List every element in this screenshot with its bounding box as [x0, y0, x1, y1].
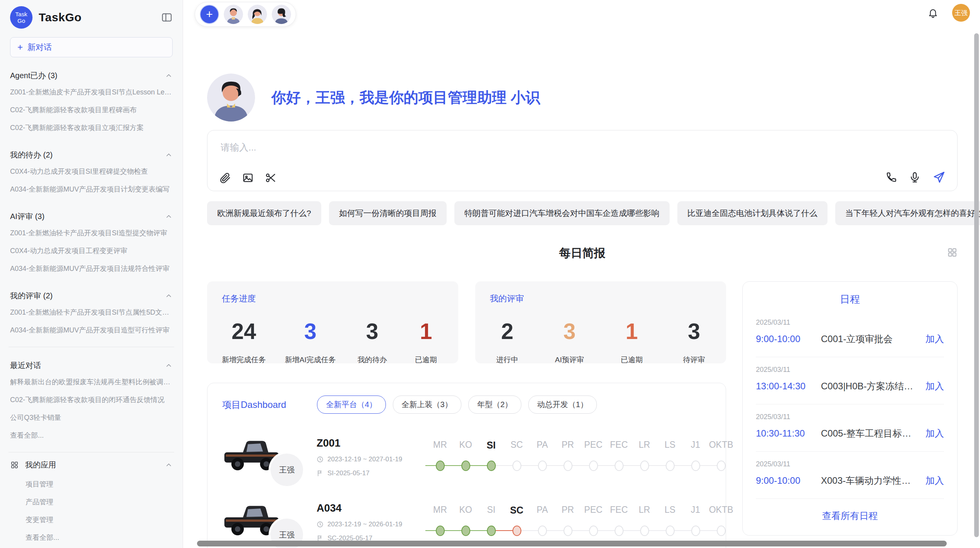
main-area: + 王强 你好，王强，我是你的项目管理助理 小识: [183, 0, 980, 548]
avatar[interactable]: [272, 5, 291, 24]
milestone-dot: [538, 526, 547, 536]
avatar[interactable]: [248, 5, 267, 24]
sidebar-item-my-apps[interactable]: 我的应用: [10, 455, 173, 475]
view-all-schedule-link[interactable]: 查看所有日程: [756, 499, 944, 527]
project-dates: 2023-12-19 ~ 2026-01-19: [317, 521, 420, 528]
schedule-date: 2025/03/11: [756, 460, 944, 468]
chevron-up-icon[interactable]: [165, 151, 173, 159]
sidebar-item-cloud-space[interactable]: 我的云空间: [10, 546, 173, 548]
chat-item[interactable]: C02-飞腾新能源轻客改款项目立项汇报方案: [10, 119, 173, 137]
milestone-dot: [487, 526, 496, 536]
milestone: SI: [478, 505, 504, 536]
chat-item[interactable]: 公司Q3轻卡销量: [10, 409, 173, 426]
milestone-current: SI: [478, 440, 504, 471]
project-row[interactable]: 王强 A034 2023-12-19 ~ 2026-01-19: [222, 500, 711, 544]
section-ai-review[interactable]: AI评审 (3): [10, 211, 173, 222]
image-icon[interactable]: [242, 172, 254, 184]
join-meeting-link[interactable]: 加入: [925, 427, 944, 440]
project-info: A034 2023-12-19 ~ 2026-01-19 SC-2025-05-…: [317, 502, 420, 542]
notification-bell-icon[interactable]: [928, 8, 938, 18]
app-link-project-mgmt[interactable]: 项目管理: [10, 475, 173, 493]
suggestion-chip[interactable]: 如何写一份清晰的项目周报: [329, 201, 447, 225]
filter-tab[interactable]: 全新平台（4）: [317, 396, 385, 414]
logo-line-2: Go: [17, 17, 25, 24]
project-owner-badge: 王强: [269, 452, 305, 488]
filter-tab[interactable]: 全新上装（3）: [393, 396, 461, 414]
layout-grid-icon[interactable]: [947, 247, 958, 258]
chat-item[interactable]: C0X4-动力总成开发项目工程变更评审: [10, 242, 173, 260]
chevron-up-icon[interactable]: [165, 72, 173, 80]
send-icon[interactable]: [932, 171, 946, 184]
milestone-dot: [666, 526, 675, 536]
section-recent-chats[interactable]: 最近对话: [10, 360, 173, 371]
microphone-icon[interactable]: [909, 171, 921, 183]
clock-icon: [317, 456, 324, 463]
chat-item[interactable]: Z001-全新燃油轻卡产品开发项目SI造型提交物评审: [10, 224, 173, 242]
suggestion-chip[interactable]: 特朗普可能对进口汽车增税会对中国车企造成哪些影响: [454, 201, 670, 225]
paperclip-icon[interactable]: [219, 172, 231, 184]
join-meeting-link[interactable]: 加入: [925, 380, 944, 392]
horizontal-scrollbar[interactable]: [197, 541, 947, 546]
section-my-review[interactable]: 我的评审 (2): [10, 291, 173, 301]
view-all-chats-link[interactable]: 查看全部...: [10, 426, 173, 444]
conversation-avatars-bar: +: [195, 2, 296, 27]
add-conversation-button[interactable]: +: [200, 5, 219, 24]
new-chat-button[interactable]: + 新对话: [10, 37, 173, 57]
chat-item[interactable]: A034-全新新能源MUV产品开发项目法规符合性评审: [10, 260, 173, 277]
chevron-up-icon[interactable]: [165, 362, 173, 370]
section-agent-done[interactable]: Agent已办 (3): [10, 70, 173, 81]
milestone-dot: [564, 461, 572, 471]
chevron-up-icon[interactable]: [165, 213, 173, 221]
milestone-dot: [691, 526, 700, 536]
suggestion-chip[interactable]: 比亚迪全固态电池计划具体说了什么: [677, 201, 828, 225]
phone-icon[interactable]: [885, 171, 897, 183]
card-title: 我的评审: [490, 293, 712, 305]
suggestion-chip[interactable]: 欧洲新规最近颁布了什么?: [207, 201, 321, 225]
milestone: PEC: [581, 505, 606, 536]
chat-item[interactable]: A034-全新新能源MUV产品开发项目造型可行性评审: [10, 321, 173, 339]
scissors-icon[interactable]: [265, 172, 277, 184]
chevron-up-icon[interactable]: [165, 292, 173, 300]
chat-item[interactable]: C02-飞腾新能源轻客改款项目的闭环通告反馈情况: [10, 391, 173, 409]
chat-item[interactable]: A034-全新新能源MUV产品开发项目计划变更表编写: [10, 180, 173, 198]
daily-briefing-title: 每日简报: [207, 245, 958, 261]
app-link-change-mgmt[interactable]: 变更管理: [10, 511, 173, 529]
sidebar-collapse-icon[interactable]: [161, 12, 173, 23]
chat-item[interactable]: C0X4-动力总成开发项目SI里程碑提交物检查: [10, 163, 173, 180]
chat-item[interactable]: Z001-全新燃油皮卡产品开发项目SI节点Lesson Learn报告: [10, 83, 173, 101]
divider: [9, 347, 174, 347]
avatar[interactable]: [224, 5, 243, 24]
join-meeting-link[interactable]: 加入: [925, 474, 944, 487]
view-all-apps-link[interactable]: 查看全部...: [10, 529, 173, 546]
suggestion-chip[interactable]: 当下年轻人对汽车外观有怎样的喜好趋势: [835, 201, 980, 225]
milestone: PR: [555, 440, 581, 471]
chat-input-card: [207, 130, 958, 191]
schedule-event-title: X003-车辆动力学性能验...: [821, 474, 919, 487]
app-title: TaskGo: [39, 11, 82, 24]
filter-tab[interactable]: 动总开发（1）: [528, 396, 597, 414]
vertical-scrollbar[interactable]: [974, 33, 979, 537]
chat-input[interactable]: [221, 142, 727, 153]
chat-item[interactable]: 解释最新出台的欧盟报废车法规再生塑料比例被调至15%...: [10, 373, 173, 391]
milestone-dot: [564, 526, 572, 536]
section-my-todo[interactable]: 我的待办 (2): [10, 150, 173, 160]
user-avatar[interactable]: 王强: [952, 4, 970, 22]
apps-grid-icon: [10, 461, 19, 469]
chat-item[interactable]: Z001-全新燃油轻卡产品开发项目SI节点属性5D文件评审: [10, 303, 173, 321]
milestone: OKTB: [708, 505, 734, 536]
dashboard-title: 项目Dashboard: [222, 399, 286, 411]
chat-item[interactable]: C02-飞腾新能源轻客改款项目里程碑画布: [10, 101, 173, 119]
milestone-dot: [436, 526, 445, 536]
filter-tab[interactable]: 年型（2）: [468, 396, 521, 414]
chevron-up-icon[interactable]: [165, 461, 173, 469]
project-info: Z001 2023-12-19 ~ 2027-01-19 SI-2025-05-…: [317, 437, 420, 477]
milestone: FEC: [606, 440, 632, 471]
join-meeting-link[interactable]: 加入: [925, 333, 944, 345]
task-progress-card: 任务进度 24 新增完成任务 3 新增AI完成任务: [207, 281, 458, 363]
app-link-product-mgmt[interactable]: 产品管理: [10, 493, 173, 511]
schedule-item: 2025/03/11 9:00-10:00 X003-车辆动力学性能验... 加…: [756, 452, 944, 499]
sidebar: Task Go TaskGo + 新对话 Agent已办 (3) Z001-全新…: [0, 0, 183, 548]
milestone-dot: [615, 526, 624, 536]
project-row[interactable]: 王强 Z001 2023-12-19 ~ 2027-01-19: [222, 435, 711, 479]
divider: [9, 452, 174, 452]
